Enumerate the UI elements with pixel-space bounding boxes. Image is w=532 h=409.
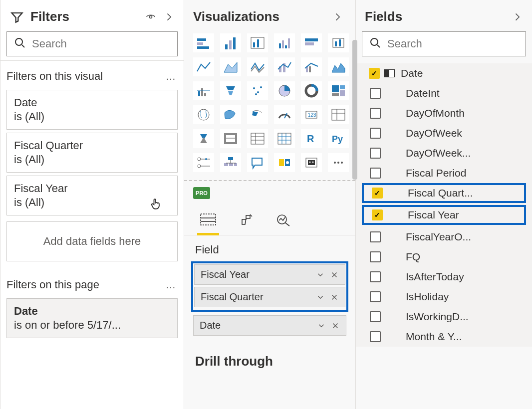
- remove-icon[interactable]: [330, 270, 339, 279]
- viz-ribbon-icon[interactable]: [247, 57, 268, 76]
- collapse-viz-icon[interactable]: [331, 11, 343, 23]
- viz-key-influencers-icon[interactable]: Py: [328, 129, 349, 148]
- filters-page-more-icon[interactable]: …: [166, 279, 178, 291]
- field-item[interactable]: IsWorkingD...: [360, 307, 528, 327]
- viz-card-icon[interactable]: [274, 105, 295, 124]
- field-item[interactable]: DayOfWeek...: [360, 143, 528, 163]
- fields-search[interactable]: [362, 31, 526, 56]
- viz-area-icon[interactable]: [328, 33, 349, 52]
- remove-icon[interactable]: [330, 293, 339, 302]
- field-checkbox[interactable]: [370, 291, 381, 302]
- field-well-item[interactable]: Fiscal Year: [194, 264, 345, 285]
- chevron-down-icon[interactable]: [316, 270, 325, 279]
- viz-multi-card-icon[interactable]: 123: [301, 105, 322, 124]
- field-checkbox[interactable]: [370, 108, 381, 119]
- viz-clustered-bar-icon[interactable]: [220, 33, 241, 52]
- viz-more-icon[interactable]: [328, 153, 349, 172]
- svg-marker-30: [226, 86, 235, 90]
- field-checkbox[interactable]: [372, 188, 383, 199]
- field-checkbox[interactable]: [370, 311, 381, 322]
- table-checkbox[interactable]: [369, 68, 380, 79]
- visibility-icon[interactable]: [145, 11, 157, 23]
- scroll-thumb[interactable]: [352, 40, 357, 180]
- collapse-filters-icon[interactable]: [163, 11, 175, 23]
- field-checkbox[interactable]: [370, 88, 381, 99]
- viz-stacked-bar-icon[interactable]: [193, 33, 214, 52]
- filters-search[interactable]: [6, 31, 178, 56]
- field-item[interactable]: Month & Y...: [360, 327, 528, 347]
- field-checkbox[interactable]: [370, 168, 381, 179]
- viz-line-column-icon[interactable]: [274, 57, 295, 76]
- viz-matrix-icon[interactable]: [247, 129, 268, 148]
- viz-treemap-icon[interactable]: [301, 81, 322, 100]
- chevron-down-icon[interactable]: [317, 321, 326, 330]
- viz-line-icon[interactable]: [301, 33, 322, 52]
- viz-filled-map-icon[interactable]: [193, 105, 214, 124]
- filter-field-name: Date: [14, 96, 170, 109]
- viz-stacked-area-icon[interactable]: [220, 57, 241, 76]
- viz-kpi-icon[interactable]: [328, 105, 349, 124]
- field-item[interactable]: IsAfterToday: [360, 267, 528, 287]
- field-checkbox[interactable]: [370, 231, 381, 242]
- collapse-fields-icon[interactable]: [511, 11, 523, 23]
- viz-waterfall-icon[interactable]: [328, 57, 349, 76]
- viz-decomposition-icon[interactable]: [193, 153, 214, 172]
- filter-card[interactable]: Dateis (All): [6, 90, 178, 130]
- field-well-item[interactable]: Date: [193, 315, 346, 336]
- field-checkbox[interactable]: [370, 271, 381, 282]
- viz-line-clustered-icon[interactable]: [301, 57, 322, 76]
- field-checkbox[interactable]: [372, 209, 383, 220]
- viz-scatter-icon[interactable]: [220, 81, 241, 100]
- viz-paginated-icon[interactable]: [247, 153, 268, 172]
- svg-point-91: [371, 38, 378, 45]
- viz-donut-icon[interactable]: [274, 81, 295, 100]
- filter-card[interactable]: Fiscal Yearis (All): [6, 176, 178, 215]
- viz-map-icon[interactable]: [328, 81, 349, 100]
- analytics-tab[interactable]: [273, 206, 295, 235]
- table-header-row[interactable]: Date: [360, 63, 528, 83]
- fields-search-input[interactable]: [387, 37, 525, 50]
- viz-gauge-icon[interactable]: [247, 105, 268, 124]
- format-tab[interactable]: [235, 206, 257, 235]
- field-item[interactable]: FiscalYearO...: [360, 227, 528, 247]
- filter-card[interactable]: Dateis on or before 5/17/...: [6, 298, 178, 338]
- viz-header: Visualizations: [184, 0, 355, 31]
- field-item[interactable]: IsHoliday: [360, 287, 528, 307]
- field-item[interactable]: DayOfMonth: [360, 103, 528, 123]
- viz-pie-icon[interactable]: [247, 81, 268, 100]
- filters-visual-more-icon[interactable]: …: [166, 71, 178, 82]
- chevron-down-icon[interactable]: [316, 293, 325, 302]
- filter-dropzone[interactable]: Add data fields here: [6, 221, 178, 261]
- remove-icon[interactable]: [331, 321, 340, 330]
- viz-scrollbar[interactable]: [352, 40, 357, 409]
- viz-r-visual-icon[interactable]: [274, 129, 295, 148]
- fields-tab[interactable]: [197, 206, 219, 235]
- viz-funnel-icon[interactable]: [193, 81, 214, 100]
- viz-line-area-icon[interactable]: [193, 57, 214, 76]
- field-checkbox[interactable]: [370, 128, 381, 139]
- viz-table-icon[interactable]: [220, 129, 241, 148]
- field-well-item[interactable]: Fiscal Quarter: [194, 287, 345, 307]
- field-item[interactable]: Fiscal Year: [362, 205, 526, 225]
- viz-powerapps-icon[interactable]: [301, 153, 322, 172]
- viz-shape-map-icon[interactable]: [220, 105, 241, 124]
- viz-qa-icon[interactable]: [220, 153, 241, 172]
- field-item[interactable]: DateInt: [360, 83, 528, 103]
- field-item[interactable]: DayOfWeek: [360, 123, 528, 143]
- svg-marker-20: [224, 62, 237, 72]
- viz-python-visual-icon[interactable]: R: [301, 129, 322, 148]
- field-item[interactable]: FQ: [360, 247, 528, 267]
- viz-stacked-column-icon[interactable]: [247, 33, 268, 52]
- viz-clustered-column-icon[interactable]: [274, 33, 295, 52]
- field-item[interactable]: Fiscal Quart...: [362, 183, 526, 203]
- field-checkbox[interactable]: [370, 251, 381, 262]
- field-checkbox[interactable]: [370, 148, 381, 159]
- svg-rect-74: [234, 163, 237, 166]
- field-item[interactable]: Fiscal Period: [360, 163, 528, 183]
- field-checkbox[interactable]: [370, 331, 381, 342]
- viz-arcgis-icon[interactable]: [274, 153, 295, 172]
- pro-badge[interactable]: PRO: [193, 187, 210, 199]
- viz-slicer-icon[interactable]: [193, 129, 214, 148]
- filter-card[interactable]: Fiscal Quarteris (All): [6, 133, 178, 173]
- filters-search-input[interactable]: [32, 37, 170, 50]
